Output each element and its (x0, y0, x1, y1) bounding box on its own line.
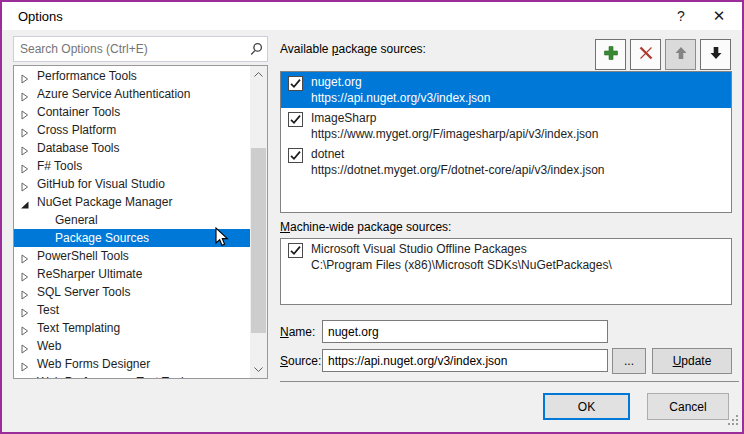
tree-item[interactable]: ReSharper Ultimate (14, 265, 250, 283)
tree-item[interactable]: Web Forms Designer (14, 355, 250, 373)
checkbox-checked-icon[interactable] (288, 243, 303, 258)
tree-item-label: PowerShell Tools (37, 247, 129, 265)
tree-item-label: Web Performance Test Tools (37, 373, 190, 378)
tree-item-label: ReSharper Ultimate (37, 265, 142, 283)
tree-item-label: NuGet Package Manager (37, 193, 172, 211)
package-source-row[interactable]: ImageSharphttps://www.myget.org/F/images… (281, 108, 731, 144)
tree-expand-icon[interactable] (20, 125, 30, 135)
source-url: https://api.nuget.org/v3/index.json (311, 90, 731, 106)
ok-button[interactable]: OK (543, 393, 630, 420)
options-tree: Performance ToolsAzure Service Authentic… (13, 65, 268, 379)
checkbox-checked-icon[interactable] (288, 148, 303, 163)
tree-collapse-icon[interactable] (20, 197, 30, 207)
scrollbar-thumb[interactable] (251, 148, 266, 333)
options-dialog: Options ? ✕ Performance ToolsAzure Servi… (0, 0, 744, 434)
tree-item[interactable]: Container Tools (14, 103, 250, 121)
scroll-down-icon[interactable] (250, 361, 267, 378)
source-url: https://www.myget.org/F/imagesharp/api/v… (311, 126, 731, 142)
tree-item-label: Web (37, 337, 61, 355)
tree-item-label: Test (37, 301, 59, 319)
tree-item-label: Package Sources (55, 229, 149, 247)
arrow-down-icon (708, 45, 724, 65)
tree-item[interactable]: Azure Service Authentication (14, 85, 250, 103)
tree-item-label: Text Templating (37, 319, 120, 337)
help-button[interactable]: ? (662, 2, 700, 30)
tree-item[interactable]: GitHub for Visual Studio (14, 175, 250, 193)
tree-item-label: SQL Server Tools (37, 283, 130, 301)
tree-item[interactable]: Web (14, 337, 250, 355)
titlebar: Options ? ✕ (2, 2, 742, 30)
tree-item[interactable]: Database Tools (14, 139, 250, 157)
package-source-row[interactable]: nuget.orghttps://api.nuget.org/v3/index.… (281, 72, 731, 108)
cancel-button[interactable]: Cancel (647, 393, 729, 420)
machine-sources-label: Machine-wide package sources: (280, 220, 451, 234)
remove-source-button[interactable] (630, 39, 661, 70)
tree-item[interactable]: Package Sources (14, 229, 250, 247)
checkbox-checked-icon[interactable] (288, 112, 303, 127)
package-source-row[interactable]: dotnethttps://dotnet.myget.org/F/dotnet-… (281, 144, 731, 180)
help-icon: ? (677, 8, 685, 24)
source-field[interactable] (323, 350, 607, 371)
package-source-row[interactable]: Microsoft Visual Studio Offline Packages… (281, 239, 731, 275)
tree-expand-icon[interactable] (20, 179, 30, 189)
tree-expand-icon[interactable] (20, 107, 30, 117)
tree-item-label: Database Tools (37, 139, 120, 157)
name-label: Name: (280, 325, 315, 339)
tree-item[interactable]: Text Templating (14, 319, 250, 337)
close-icon: ✕ (713, 7, 726, 24)
browse-button[interactable]: ... (612, 348, 646, 374)
tree-item-label: GitHub for Visual Studio (37, 175, 165, 193)
tree-expand-icon[interactable] (20, 287, 30, 297)
close-button[interactable]: ✕ (700, 2, 738, 30)
name-field-wrap (322, 320, 608, 343)
tree-item[interactable]: Performance Tools (14, 67, 250, 85)
red-x-icon (637, 44, 655, 66)
move-down-button[interactable] (700, 39, 731, 70)
tree-item-label: Cross Platform (37, 121, 116, 139)
source-name: nuget.org (311, 74, 731, 90)
source-name: Microsoft Visual Studio Offline Packages (311, 241, 731, 257)
divider (280, 381, 739, 382)
source-url: https://dotnet.myget.org/F/dotnet-core/a… (311, 162, 731, 178)
tree-expand-icon[interactable] (20, 143, 30, 153)
tree-item[interactable]: Test (14, 301, 250, 319)
tree-item-label: General (55, 211, 98, 229)
window-title: Options (18, 9, 63, 24)
tree-expand-icon[interactable] (20, 359, 30, 369)
tree-expand-icon[interactable] (20, 161, 30, 171)
search-input[interactable] (14, 42, 245, 56)
tree-expand-icon[interactable] (20, 305, 30, 315)
available-sources-list: nuget.orghttps://api.nuget.org/v3/index.… (280, 71, 732, 213)
source-name: dotnet (311, 146, 731, 162)
source-name: ImageSharp (311, 110, 731, 126)
tree-item[interactable]: General (14, 211, 250, 229)
tree-item[interactable]: SQL Server Tools (14, 283, 250, 301)
scroll-up-icon[interactable] (250, 66, 267, 83)
tree-scrollbar[interactable] (250, 66, 267, 378)
tree-expand-icon[interactable] (20, 89, 30, 99)
tree-item-label: Performance Tools (37, 67, 137, 85)
tree-expand-icon[interactable] (20, 269, 30, 279)
tree-expand-icon[interactable] (20, 323, 30, 333)
tree-expand-icon[interactable] (20, 71, 30, 81)
add-source-button[interactable] (595, 39, 626, 70)
tree-item-label: Container Tools (37, 103, 120, 121)
move-up-button[interactable] (665, 39, 696, 70)
arrow-up-icon (673, 45, 689, 65)
tree-expand-icon[interactable] (20, 377, 30, 378)
tree-item[interactable]: NuGet Package Manager (14, 193, 250, 211)
tree-expand-icon[interactable] (20, 251, 30, 261)
update-button[interactable]: Update (652, 348, 732, 374)
tree-item[interactable]: F# Tools (14, 157, 250, 175)
tree-expand-icon[interactable] (20, 341, 30, 351)
name-field[interactable] (323, 321, 607, 342)
machine-sources-list: Microsoft Visual Studio Offline Packages… (280, 238, 732, 305)
resize-grip[interactable] (728, 412, 739, 430)
magnifier-icon[interactable] (245, 42, 267, 57)
tree-item-label: Web Forms Designer (37, 355, 150, 373)
tree-item[interactable]: Web Performance Test Tools (14, 373, 250, 378)
checkbox-checked-icon[interactable] (288, 76, 303, 91)
source-field-wrap (322, 349, 608, 372)
tree-item[interactable]: Cross Platform (14, 121, 250, 139)
tree-item[interactable]: PowerShell Tools (14, 247, 250, 265)
